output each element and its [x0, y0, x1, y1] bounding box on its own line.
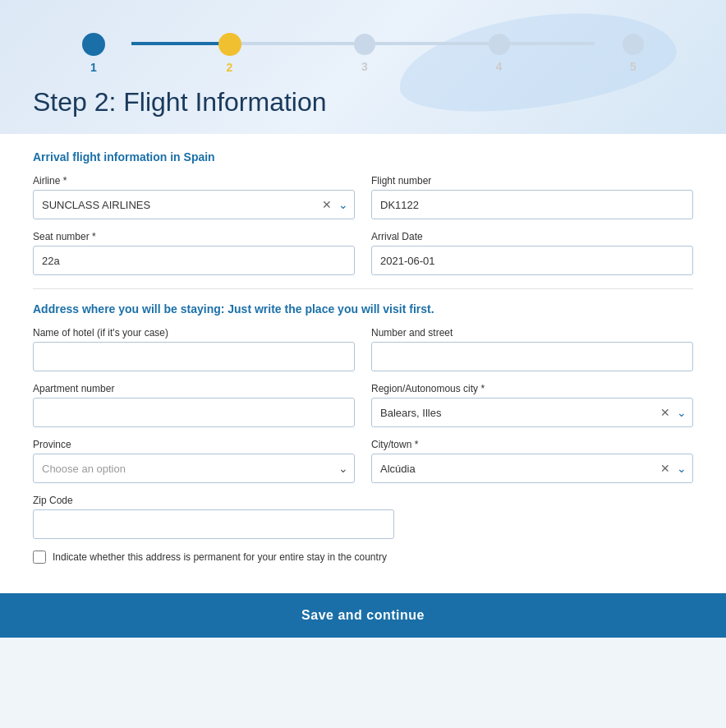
city-select-wrapper: ✕ ⌄ [371, 454, 693, 483]
step-3: 3 [354, 34, 375, 73]
step-2-circle [218, 33, 241, 56]
province-select-wrapper: ⌄ [33, 454, 355, 483]
city-clear-icon[interactable]: ✕ [660, 462, 670, 475]
city-group: City/town * ✕ ⌄ [371, 439, 693, 483]
permanent-address-label: Indicate whether this address is permane… [53, 551, 387, 563]
step-4: 4 [489, 34, 510, 73]
save-button-container: Save and continue [0, 593, 726, 638]
permanent-address-row: Indicate whether this address is permane… [33, 551, 693, 564]
step-2: 2 [218, 33, 241, 74]
province-city-row: Province ⌄ City/town * ✕ ⌄ [33, 439, 693, 483]
step-3-label: 3 [361, 60, 368, 73]
page-title: Step 2: Flight Information [33, 87, 693, 117]
hotel-label: Name of hotel (if it's your case) [33, 327, 355, 339]
step-1: 1 [82, 33, 105, 74]
step-5-circle [623, 34, 644, 55]
airline-flight-row: Airline * ✕ ⌄ Flight number [33, 175, 693, 219]
province-group: Province ⌄ [33, 439, 355, 483]
seat-number-group: Seat number * [33, 231, 355, 275]
arrival-date-label: Arrival Date [371, 231, 693, 242]
step-5-label: 5 [630, 60, 636, 73]
region-clear-icon[interactable]: ✕ [660, 406, 670, 419]
region-select-wrapper: ✕ ⌄ [371, 398, 693, 427]
step-2-label: 2 [227, 61, 233, 74]
street-label: Number and street [371, 327, 693, 339]
city-input[interactable] [371, 454, 693, 483]
address-section-title: Address where you will be staying: Just … [33, 302, 693, 316]
seat-number-label: Seat number * [33, 231, 355, 242]
province-input[interactable] [33, 454, 355, 483]
zip-input[interactable] [33, 509, 394, 539]
seat-date-row: Seat number * Arrival Date [33, 231, 693, 275]
step-5: 5 [623, 34, 644, 73]
airline-clear-icon[interactable]: ✕ [322, 198, 332, 211]
progress-bar: 1 2 3 4 5 [33, 16, 693, 74]
apartment-region-row: Apartment number Region/Autonomous city … [33, 383, 693, 427]
step-1-circle [82, 33, 105, 56]
airline-select-wrapper: ✕ ⌄ [33, 190, 355, 219]
step-4-circle [489, 34, 510, 55]
province-label: Province [33, 439, 355, 450]
header-background: 1 2 3 4 5 Step [0, 0, 726, 134]
airline-group: Airline * ✕ ⌄ [33, 175, 355, 219]
hotel-group: Name of hotel (if it's your case) [33, 327, 355, 371]
arrival-section-title: Arrival flight information in Spain [33, 150, 693, 164]
form-area: Arrival flight information in Spain Airl… [0, 134, 726, 593]
city-label: City/town * [371, 439, 693, 450]
step-3-circle [354, 34, 375, 55]
apartment-group: Apartment number [33, 383, 355, 427]
hotel-input[interactable] [33, 342, 355, 371]
airline-label: Airline * [33, 175, 355, 187]
page-wrapper: 1 2 3 4 5 Step [0, 0, 726, 638]
step-1-label: 1 [90, 61, 97, 74]
section-divider [33, 288, 693, 289]
seat-number-input[interactable] [33, 246, 355, 275]
region-input[interactable] [371, 398, 693, 427]
apartment-label: Apartment number [33, 383, 355, 394]
arrival-date-group: Arrival Date [371, 231, 693, 275]
street-group: Number and street [371, 327, 693, 371]
region-label: Region/Autonomous city * [371, 383, 693, 394]
zip-row: Zip Code [33, 495, 693, 539]
arrival-date-input[interactable] [371, 246, 693, 275]
hotel-street-row: Name of hotel (if it's your case) Number… [33, 327, 693, 371]
flight-number-input[interactable] [371, 190, 693, 219]
airline-input[interactable] [33, 190, 355, 219]
step-4-label: 4 [496, 60, 503, 73]
street-input[interactable] [371, 342, 693, 371]
region-group: Region/Autonomous city * ✕ ⌄ [371, 383, 693, 427]
flight-number-group: Flight number [371, 175, 693, 219]
permanent-address-checkbox[interactable] [33, 551, 46, 564]
zip-group: Zip Code [33, 495, 394, 539]
zip-label: Zip Code [33, 495, 394, 506]
save-continue-button[interactable]: Save and continue [0, 593, 726, 638]
flight-number-label: Flight number [371, 175, 693, 187]
apartment-input[interactable] [33, 398, 355, 427]
